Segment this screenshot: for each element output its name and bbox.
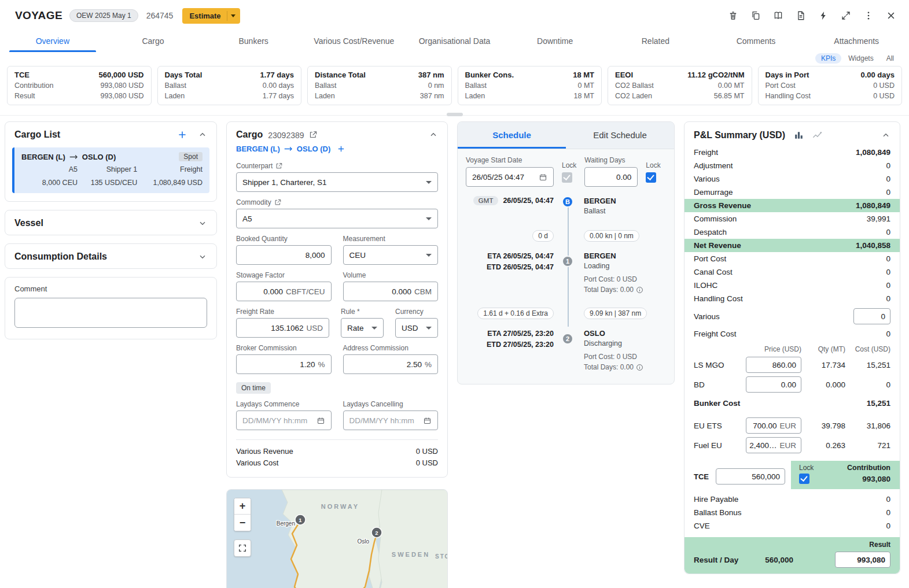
result-total-input[interactable]: 993,080: [835, 552, 890, 568]
tab-cargo[interactable]: Cargo: [103, 31, 204, 52]
commodity-select[interactable]: A5: [236, 209, 438, 228]
route-to-link[interactable]: OSLO (D): [297, 145, 331, 153]
measurement-select[interactable]: CEU: [343, 245, 439, 265]
cargo-detail-card: Cargo 23092389 BERGEN (L) OSLO (D) Count…: [226, 121, 448, 478]
resize-handle[interactable]: [447, 113, 463, 116]
volume-input[interactable]: 0.000CBM: [343, 282, 439, 301]
lightning-icon[interactable]: [818, 10, 829, 21]
close-icon[interactable]: [886, 10, 896, 21]
tab-related[interactable]: Related: [605, 31, 706, 52]
chevron-up-icon[interactable]: [429, 130, 438, 139]
tab-downtime[interactable]: Downtime: [505, 31, 605, 52]
counterpart-select[interactable]: Shipper 1, Charterer, S1: [236, 172, 438, 192]
bunker-row: BD 0.00 0.000 0: [684, 375, 900, 394]
tce-lock-checkbox[interactable]: [799, 474, 809, 484]
stop-activity: Loading: [579, 261, 666, 271]
stowage-factor-input[interactable]: 0.000CBFT/CEU: [236, 282, 332, 301]
tab-overview[interactable]: Overview: [2, 31, 103, 52]
pnl-row-value: 1,040,858: [856, 241, 890, 250]
map-marker-2[interactable]: 2: [371, 527, 382, 538]
cargo-list-item[interactable]: BERGEN (L) OSLO (D) Spot A5 Shipper 1 Fr…: [12, 147, 209, 193]
more-options-icon[interactable]: [863, 10, 874, 21]
pnl-row-label: Canal Cost: [694, 268, 733, 276]
pnl-row-input[interactable]: 0: [853, 308, 890, 324]
waiting-days-lock-label: Lock: [646, 161, 660, 169]
add-cargo-button[interactable]: [177, 130, 187, 140]
kpi-line: EEOI11.12 gCO2/tNM: [615, 69, 745, 80]
fullscreen-button[interactable]: [234, 539, 251, 557]
calendar-icon[interactable]: [539, 173, 547, 182]
chevron-down-icon[interactable]: [198, 252, 207, 261]
voyage-start-date-input[interactable]: 26/05/25 04:47: [466, 167, 554, 187]
pdf-icon[interactable]: [796, 10, 806, 21]
broker-commission-input[interactable]: 1.20%: [236, 354, 332, 374]
zoom-out-button[interactable]: −: [234, 515, 251, 531]
tab-various-cost-revenue[interactable]: Various Cost/Revenue: [304, 31, 404, 52]
laydays-commence-label: Laydays Commence: [236, 400, 332, 408]
bunker-total-label: Bunker Cost: [694, 399, 740, 408]
kpi-card: EEOI11.12 gCO2/tNMCO2 Ballast0.00 MTCO2 …: [608, 66, 752, 105]
bunker-price-input[interactable]: 0.00: [746, 376, 801, 393]
tab-bunkers[interactable]: Bunkers: [203, 31, 304, 52]
kpi-value: 0.00 days: [263, 80, 294, 91]
pnl-row-adjustment: Adjustment0: [684, 159, 900, 172]
tab-schedule[interactable]: Schedule: [458, 122, 566, 149]
cargo-item-freight-label: Freight: [137, 165, 203, 175]
info-icon[interactable]: [636, 364, 643, 371]
voyage-start-lock-checkbox[interactable]: [562, 172, 572, 183]
eu-price-input[interactable]: 2,400…EUR: [746, 437, 801, 453]
map-canvas[interactable]: NORWAY SWEDEN STOC North Bergen Oslo 1 2: [227, 490, 448, 588]
estimate-dropdown-caret[interactable]: [227, 11, 240, 21]
chevron-down-icon[interactable]: [198, 219, 207, 228]
external-link-icon[interactable]: [309, 131, 317, 139]
chevron-up-icon[interactable]: [198, 130, 207, 139]
ledger-icon[interactable]: [773, 10, 783, 21]
external-link-icon[interactable]: [274, 199, 281, 206]
add-port-button[interactable]: [337, 145, 345, 153]
various-revenue-label: Various Revenue: [236, 446, 293, 457]
laydays-cancelling-input[interactable]: DD/MM/YY hh:mm: [343, 411, 439, 430]
chevron-up-icon[interactable]: [881, 131, 890, 140]
comment-input[interactable]: [14, 298, 207, 328]
tab-organisational-data[interactable]: Organisational Data: [404, 31, 505, 52]
tce-input[interactable]: 560,000: [716, 468, 785, 485]
kpi-toggle-kpis[interactable]: KPIs: [815, 53, 841, 64]
pnl-row-value: 1,080,849: [856, 148, 890, 157]
bar-chart-icon[interactable]: [793, 130, 804, 140]
tab-edit-schedule[interactable]: Edit Schedule: [566, 122, 674, 149]
zoom-in-button[interactable]: +: [234, 498, 251, 515]
waiting-days-label: Waiting Days: [584, 156, 638, 164]
tab-comments[interactable]: Comments: [706, 31, 807, 52]
currency-select[interactable]: USD: [395, 318, 438, 338]
waiting-days-input[interactable]: 0.00: [584, 167, 638, 187]
kpi-line: Laden1.77 days: [165, 91, 295, 101]
pnl-row-label: Demurrage: [694, 188, 733, 197]
map-marker-1[interactable]: 1: [295, 515, 306, 525]
trend-chart-icon[interactable]: [812, 130, 823, 140]
rule-select[interactable]: Rate: [341, 318, 384, 338]
bunker-price-input[interactable]: 860.00: [746, 357, 801, 373]
expand-icon[interactable]: [841, 10, 851, 21]
estimate-button[interactable]: Estimate: [182, 8, 240, 24]
laydays-commence-input[interactable]: DD/MM/YY hh:mm: [236, 411, 332, 430]
delete-icon[interactable]: [728, 10, 738, 21]
calendar-icon[interactable]: [317, 416, 325, 425]
calendar-icon[interactable]: [423, 416, 432, 425]
kpi-toggle-all[interactable]: All: [881, 53, 900, 64]
tab-attachments[interactable]: Attachments: [806, 31, 907, 52]
eu-price-input[interactable]: 700.00EUR: [746, 417, 801, 434]
kpi-label: Contribution: [14, 80, 53, 91]
bunker-col-qty: Qty (MT): [801, 345, 845, 353]
address-commission-input[interactable]: 2.50%: [343, 354, 439, 374]
booked-quantity-input[interactable]: 8,000: [236, 245, 332, 265]
copy-icon[interactable]: [750, 10, 761, 21]
pnl-row-various: Various0: [684, 172, 900, 186]
freight-rate-input[interactable]: 135.1062USD: [236, 318, 329, 338]
external-link-icon[interactable]: [275, 162, 282, 169]
kpi-toggle-widgets[interactable]: Widgets: [842, 53, 879, 64]
chevron-down-icon: [371, 327, 377, 330]
info-icon[interactable]: [636, 286, 643, 294]
route-from-link[interactable]: BERGEN (L): [236, 145, 280, 153]
waiting-days-lock-checkbox[interactable]: [646, 172, 656, 183]
route-map[interactable]: NORWAY SWEDEN STOC North Bergen Oslo 1 2…: [226, 489, 448, 588]
